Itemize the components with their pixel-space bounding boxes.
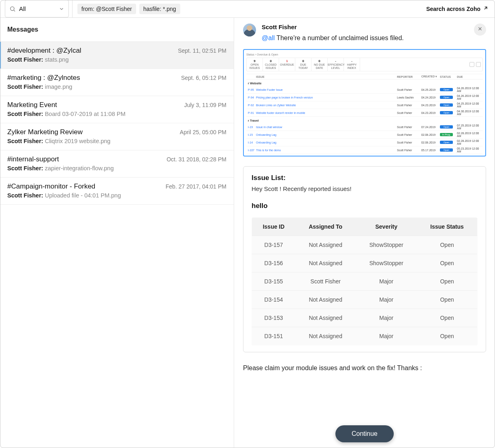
list-view-icon[interactable] (476, 62, 481, 67)
detail-message: @all There're a number of unclaimed issu… (262, 34, 468, 42)
filter-dropdown[interactable]: All (5, 0, 69, 17)
attachment-row[interactable]: I-19 Issue in chat window Scott Fisher 0… (246, 123, 483, 131)
attachment-col: DUE (457, 75, 481, 78)
detail-message-text: There're a number of unclaimed issues fi… (276, 34, 403, 41)
issue-row[interactable]: D3-155 Scott Fisher Major Open (252, 272, 478, 291)
issue-status: Open (417, 291, 477, 309)
issue-assigned: Not Assigned (295, 291, 356, 309)
attachment-row[interactable]: I-107 This is for the demo Scott Fisher … (246, 146, 483, 154)
messages-panel: Messages #development : @Zylcal Sept. 11… (0, 18, 234, 448)
issue-row[interactable]: D3-153 Not Assigned Major Open (252, 309, 478, 327)
issue-severity: ShowStopper (356, 254, 417, 272)
issue-col: Severity (356, 218, 417, 236)
attachment-stat: -EFFICIENCY LEVEL (328, 58, 344, 71)
issue-col: Issue Status (417, 218, 477, 236)
issue-status: Open (417, 327, 477, 345)
issue-col: Assigned To (295, 218, 356, 236)
attachment-row[interactable]: P-91 Website footer doesn't render in mo… (246, 109, 483, 117)
attachment-breadcrumb: Status › Overdue & Open (246, 53, 483, 56)
attachment-stat: 0DUE TODAY (295, 58, 312, 71)
attachment-stat: 0CLOSED ISSUES (263, 58, 279, 71)
message-title: #development : @Zylcal (7, 47, 173, 55)
issue-id: D3-156 (252, 254, 296, 272)
message-title: Zylker Marketing Review (7, 128, 175, 136)
issue-list-card: Issue List: Hey Scott ! Recently reporte… (243, 166, 486, 352)
issue-assigned: Not Assigned (295, 309, 356, 327)
message-detail-panel: Scott Fisher @all There're a number of u… (234, 18, 495, 448)
mention[interactable]: @all (262, 34, 275, 41)
issue-assigned: Not Assigned (295, 236, 356, 254)
continue-button[interactable]: Continue (335, 425, 394, 442)
grid-view-icon[interactable] (469, 62, 474, 67)
issue-id: D3-157 (252, 236, 296, 254)
issue-severity: Major (356, 327, 417, 345)
message-title: #marketing : @Zylnotes (7, 74, 176, 82)
attachment-image[interactable]: Status › Overdue & Open 9OPEN ISSUES0CLO… (243, 49, 486, 156)
message-time: July 3, 11:09 PM (184, 102, 226, 108)
issue-status: Open (417, 272, 477, 291)
issue-table: Issue IDAssigned ToSeverityIssue Status … (252, 217, 478, 345)
search-area[interactable]: from: @Scott Fisher hasfile: *.png Searc… (72, 0, 490, 17)
attachment-table-head: ISSUEREPORTERCREATED ▾STATUSDUE (246, 74, 483, 79)
issue-status: Open (417, 254, 477, 272)
message-time: Oct. 31 2018, 02:28 PM (166, 156, 226, 163)
message-row[interactable]: #development : @Zylcal Sept. 11, 02:51 P… (0, 42, 234, 69)
message-file: stats.png (45, 56, 69, 63)
search-across-zoho-link[interactable]: Search across Zoho (425, 5, 490, 12)
detail-sender-name: Scott Fisher (262, 24, 468, 30)
avatar (243, 24, 256, 36)
attachment-group: r Travel (246, 117, 483, 123)
issue-table-head: Issue IDAssigned ToSeverityIssue Status (252, 218, 478, 236)
svg-line-1 (14, 10, 15, 11)
issue-card-subtitle: Hey Scott ! Recently reported issues! (252, 185, 478, 192)
attachment-col: CREATED ▾ (421, 75, 440, 78)
issue-row[interactable]: D3-157 Not Assigned ShowStopper Open (252, 236, 478, 254)
message-file: Cliqtrix 2019 website.png (45, 138, 111, 144)
issue-severity: Major (356, 291, 417, 309)
attachment-stat: 9OPEN ISSUES (247, 58, 263, 71)
attachment-row[interactable]: P-95 Website Footer Issue Scott Fisher 0… (246, 86, 483, 94)
close-button[interactable] (474, 24, 486, 36)
issue-row[interactable]: D3-151 Not Assigned Major Open (252, 327, 478, 345)
issue-assigned: Not Assigned (295, 327, 356, 345)
message-time: Sept. 11, 02:51 PM (178, 47, 226, 54)
attachment-row[interactable]: P-94 Pricing plan page is broken in Fren… (246, 94, 483, 101)
message-time: Sept. 6, 05:12 PM (181, 75, 226, 81)
message-row[interactable]: Zylker Marketing Review April 25, 05:00 … (0, 123, 234, 150)
message-sender: Scott Fisher: (7, 84, 43, 90)
messages-header: Messages (0, 18, 234, 42)
message-row[interactable]: #Campaign-monitor - Forked Feb. 27 2017,… (0, 178, 234, 205)
search-chip[interactable]: hasfile: *.png (139, 4, 180, 14)
main-split: Messages #development : @Zylcal Sept. 11… (0, 18, 495, 448)
message-sender: Scott Fisher: (7, 165, 43, 171)
attachment-col: STATUS (440, 75, 457, 78)
message-row[interactable]: #marketing : @Zylnotes Sept. 6, 05:12 PM… (0, 69, 234, 96)
issue-severity: Major (356, 309, 417, 327)
issue-row[interactable]: D3-154 Not Assigned Major Open (252, 291, 478, 309)
issue-card-hello: hello (252, 202, 478, 210)
message-sender: Scott Fisher: (7, 111, 43, 117)
message-time: Feb. 27 2017, 04:01 PM (166, 183, 226, 190)
message-title: #internal-support (7, 155, 162, 163)
attachment-stat: -HAPPY INDEX (344, 58, 360, 71)
issue-status: Open (417, 309, 477, 327)
attachment-row[interactable]: P-92 Broken Links on Zylker Website Scot… (246, 101, 483, 109)
message-row[interactable]: #internal-support Oct. 31 2018, 02:28 PM… (0, 150, 234, 178)
issue-severity: Major (356, 272, 417, 291)
issue-assigned: Scott Fisher (295, 272, 356, 291)
search-chip[interactable]: from: @Scott Fisher (77, 4, 136, 14)
attachment-row[interactable]: I-14 Onboarding Lag Scott Fisher 02.06.2… (246, 139, 483, 146)
attachment-row[interactable]: I-15 Onboarding Lag Scott Fisher 02.06.2… (246, 131, 483, 139)
issue-id: D3-153 (252, 309, 296, 327)
attachment-stat-controls (468, 58, 482, 71)
post-note: Please claim your module issues and work… (243, 364, 486, 372)
message-title: Marketing Event (7, 101, 179, 109)
attachment-col: ISSUE (256, 75, 397, 78)
message-sender: Scott Fisher: (7, 192, 43, 199)
issue-row[interactable]: D3-156 Not Assigned ShowStopper Open (252, 254, 478, 272)
issue-severity: ShowStopper (356, 236, 417, 254)
message-file: Uploaded file - 04:01 PM.png (45, 192, 121, 199)
message-row[interactable]: Marketing Event July 3, 11:09 PM Scott F… (0, 96, 234, 123)
issue-assigned: Not Assigned (295, 254, 356, 272)
message-file: Board 03-07-2019 at 11:08 PM (45, 111, 126, 117)
